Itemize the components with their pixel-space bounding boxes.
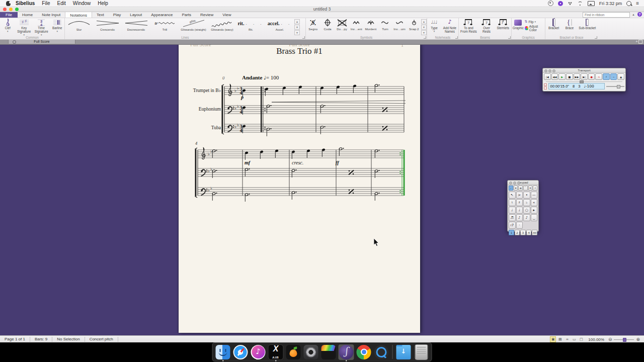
beams-dialog-launcher[interactable] <box>508 36 511 39</box>
symbols-dialog-launcher[interactable] <box>424 36 426 39</box>
tempo-slider[interactable] <box>606 85 625 88</box>
keypad-key-tenuto[interactable]: — <box>531 192 538 199</box>
keypad-key-whole-note[interactable]: ○ <box>523 207 530 214</box>
transport-title-bar[interactable]: Transport <box>543 68 625 73</box>
voice-button-all[interactable]: All <box>532 230 537 235</box>
collapse-ribbon-icon[interactable]: ▲ <box>632 13 635 16</box>
notehead-type-button[interactable]: ♩♩♩ Type▾ <box>428 18 441 33</box>
mordent-button[interactable]: Mordent <box>364 18 378 31</box>
transport-toggles[interactable] <box>544 83 547 89</box>
score-title[interactable]: Brass Trio #1 <box>214 46 385 56</box>
pages-horizontal-view-icon[interactable]: ▤ <box>557 336 563 342</box>
status-cluster-icon[interactable] <box>568 1 573 6</box>
find-in-ribbon-box[interactable] <box>583 12 630 18</box>
gallery-down-icon[interactable]: ▼ <box>421 25 427 30</box>
bracket-button[interactable]: Bracket <box>546 18 561 30</box>
status-record-icon[interactable] <box>548 1 553 6</box>
metronome-click-button[interactable]: ▲ <box>617 73 624 80</box>
tab-overview-button[interactable] <box>638 40 642 44</box>
system-1-notation[interactable]: ♭♭34♭♭34♭♭34 <box>195 75 409 139</box>
ribbon-help-icon[interactable]: ? <box>637 12 642 17</box>
pages-view-icon[interactable]: ▣ <box>550 336 556 342</box>
system-2-notation[interactable]: ♭♭♭♭♭♭ <box>194 142 409 203</box>
clef-button[interactable]: Clef▾ <box>0 18 15 33</box>
brace-button[interactable]: { Brace <box>563 18 576 30</box>
apple-menu-icon[interactable] <box>6 1 11 6</box>
keypad-key-eighth-note[interactable]: ♪ <box>516 214 523 221</box>
decrescendo-button[interactable]: Decrescendo <box>122 18 150 31</box>
flip-button[interactable]: ⇅ Flip▾ <box>525 20 545 24</box>
live-tempo-button[interactable]: ∼ <box>610 73 617 80</box>
move-to-start-button[interactable]: |◀ <box>544 73 551 80</box>
dock-item-chrome[interactable] <box>356 344 372 360</box>
wifi-icon[interactable] <box>577 1 583 6</box>
symbols-gallery-scroll[interactable]: ▲▼▼ <box>421 18 427 35</box>
do-not-photocopy-button[interactable]: Do…py <box>335 18 349 31</box>
keypad-key-augmentation-dot[interactable]: · <box>516 222 523 229</box>
beams-to-from-rests-button[interactable]: 7 To and From Rests <box>460 18 477 34</box>
keypad-key-sixteenth-note[interactable]: ♬ <box>509 214 516 221</box>
keypad-tab-common-notes[interactable]: ♩ <box>509 186 513 191</box>
sibelius-status-icon[interactable] <box>558 1 563 6</box>
sub-bracket-button[interactable]: Sub-bracket <box>578 18 597 30</box>
dock-item-finder[interactable] <box>215 344 231 360</box>
gallery-down-icon[interactable]: ▼ <box>294 25 300 30</box>
segno-button[interactable]: S Segno <box>306 18 320 31</box>
dock-item-itunes[interactable] <box>251 344 266 360</box>
position-slider-thumb[interactable] <box>580 80 584 83</box>
zoom-slider[interactable] <box>614 337 634 341</box>
ribbon-tab-text[interactable]: Text <box>92 12 109 18</box>
document-tab-full-score[interactable]: Full Score <box>8 39 75 44</box>
window-control-dots[interactable] <box>544 69 555 72</box>
adjust-color-button[interactable]: Adjust Color <box>525 25 545 32</box>
turn-button[interactable]: Turn <box>378 18 392 31</box>
snap-2-button[interactable]: Snap 2 <box>407 18 421 31</box>
coda-button[interactable]: Coda <box>320 18 335 31</box>
dock-item-downloads-folder[interactable] <box>396 344 412 360</box>
menu-edit[interactable]: Edit <box>57 1 65 6</box>
beams-stemlets-button[interactable]: 7 Stemlets <box>496 18 510 30</box>
ribbon-tab-layout[interactable]: Layout <box>125 12 146 18</box>
panorama-view-icon[interactable]: ∞ <box>564 336 570 342</box>
zoom-in-button[interactable]: ⊕ <box>636 337 640 342</box>
crescendo-button[interactable]: Crescendo <box>93 18 122 31</box>
rit-button[interactable]: rit.. . . Rit. <box>236 18 265 31</box>
zoom-slider-thumb[interactable] <box>623 338 626 342</box>
graphic-button[interactable]: Graphic <box>512 18 525 30</box>
dock-item-xair[interactable]: XAIR <box>268 344 284 360</box>
time-signature-button[interactable]: 34 Time Signature▾ <box>33 18 50 36</box>
trill-button[interactable]: tr Trill <box>150 18 179 31</box>
voice-button-4[interactable]: 4 <box>526 230 532 235</box>
slur-button[interactable]: Slur <box>65 18 93 31</box>
menu-window[interactable]: Window <box>73 1 91 6</box>
gallery-more-icon[interactable]: ▼ <box>421 30 427 35</box>
keypad-key-quarter-note[interactable]: ♩ <box>509 207 516 214</box>
keypad-window[interactable]: Keypad ♩▾≡⌒✕♯ ↖>•—♮♯♭«♩♩○▸♬♪♪‿≀7· 1234Al… <box>507 180 539 232</box>
transport-window[interactable]: Transport |◀◀◀▶■▶▶▶|●≈⚡∼▲ 00:00'15.0" 8 … <box>542 68 626 92</box>
bracket-dialog-launcher[interactable] <box>595 36 597 39</box>
dock-item-logic-pro[interactable] <box>303 344 319 360</box>
keypad-key-staccato[interactable]: • <box>523 192 530 199</box>
menu-bar-clock[interactable]: Fri 3:32 pm <box>599 1 622 6</box>
keypad-key-more[interactable]: ▸ <box>531 207 538 214</box>
play-button[interactable]: ▶ <box>558 73 566 80</box>
menu-sibelius[interactable]: Sibelius <box>16 1 35 6</box>
keypad-title-bar[interactable]: Keypad <box>508 180 538 185</box>
playback-position-slider[interactable] <box>546 80 622 82</box>
dock-item-fl-studio[interactable] <box>286 344 301 360</box>
single-page-view-icon[interactable]: ▭ <box>571 336 577 342</box>
gallery-up-icon[interactable]: ▲ <box>421 19 427 24</box>
beams-over-rests-button[interactable]: 7 Over Rests <box>479 18 494 34</box>
window-control-dots[interactable] <box>509 182 520 185</box>
menu-file[interactable]: File <box>42 1 50 6</box>
ribbon-tab-note-input[interactable]: Note Input <box>37 12 65 18</box>
keypad-key-eighth-note-2[interactable]: ♪ <box>523 214 530 221</box>
add-note-names-button[interactable]: ♪ Add Note Names <box>442 18 458 34</box>
keypad-tab-beams-tremolos[interactable]: ≡ <box>518 186 523 191</box>
gallery-more-icon[interactable]: ▼ <box>294 30 300 35</box>
noteheads-dialog-launcher[interactable] <box>455 36 458 39</box>
keypad-key-pointer[interactable]: ↖ <box>509 192 516 199</box>
live-playback-button[interactable]: ≈ <box>595 73 602 80</box>
keypad-key-natural[interactable]: ♮ <box>509 199 516 206</box>
keypad-key-accent[interactable]: > <box>516 192 523 199</box>
